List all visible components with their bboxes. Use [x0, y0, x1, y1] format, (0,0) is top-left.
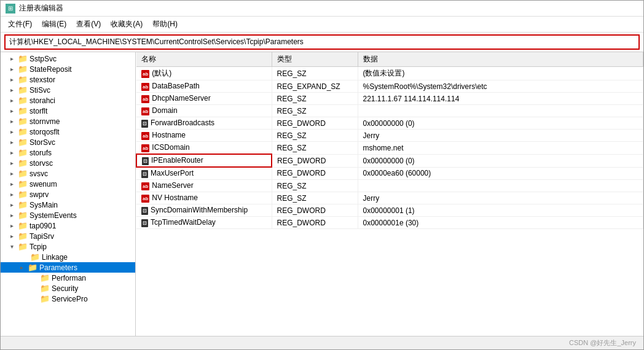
expand-arrow[interactable]: ▸ [10, 170, 18, 177]
tree-item-storsvc[interactable]: ▸📁StorSvc [1, 137, 135, 147]
expand-arrow[interactable]: ▸ [10, 66, 18, 72]
tree-item-tapisrv[interactable]: ▸📁TapiSrv [1, 231, 135, 241]
tree-item-stisvc[interactable]: ▸📁StiSvc [1, 85, 135, 95]
cell-name: ⊡TcpTimedWaitDelay [136, 217, 272, 229]
tree-item-storvsc[interactable]: ▸📁storvsc [1, 158, 135, 168]
table-row[interactable]: abDhcpNameServer REG_SZ 221.11.1.67 114.… [136, 93, 643, 105]
tree-label: swenum [29, 180, 57, 189]
expand-arrow[interactable]: ▸ [10, 128, 18, 135]
cell-name: ⊡MaxUserPort [136, 167, 272, 180]
table-row[interactable]: ⊡MaxUserPort REG_DWORD 0x0000ea60 (60000… [136, 167, 643, 180]
tree-item-linkage[interactable]: 📁Linkage [1, 252, 135, 262]
folder-icon: 📁 [18, 117, 28, 126]
tree-item-security[interactable]: 📁Security [1, 283, 135, 294]
ab-icon: ab [141, 144, 149, 152]
tree-item-stexstor[interactable]: ▸📁stexstor [1, 74, 135, 85]
tree-item-servicepro[interactable]: 📁ServicePro [1, 294, 135, 304]
table-row[interactable]: ⊡TcpTimedWaitDelay REG_DWORD 0x0000001e … [136, 217, 643, 229]
expand-arrow[interactable]: ▸ [10, 139, 18, 146]
tree-item-storqosflt[interactable]: ▸📁storqosflt [1, 126, 135, 137]
expand-arrow[interactable]: ▸ [10, 212, 18, 219]
tree-item-swprv[interactable]: ▸📁swprv [1, 189, 135, 200]
tree-item-stornvme[interactable]: ▸📁stornvme [1, 116, 135, 126]
cell-type: REG_DWORD [272, 217, 358, 229]
tree-item-sstpsvc[interactable]: ▸📁SstpSvc [1, 53, 135, 64]
expand-arrow[interactable]: ▸ [10, 222, 18, 229]
table-row[interactable]: ⊡SyncDomainWithMembership REG_DWORD 0x00… [136, 204, 643, 217]
tree-label: Linkage [42, 253, 68, 262]
expand-arrow[interactable]: ▸ [10, 107, 18, 114]
tree-item-performance[interactable]: 📁Performan [1, 273, 135, 283]
cell-type: REG_SZ [272, 192, 358, 204]
expand-arrow[interactable]: ▸ [10, 76, 18, 83]
expand-arrow[interactable]: ▸ [10, 201, 18, 208]
tree-item-storufs[interactable]: ▸📁storufs [1, 147, 135, 158]
expand-arrow[interactable]: ▸ [10, 160, 18, 166]
tree-label: storvsc [29, 159, 53, 168]
tree-label: storufs [29, 149, 52, 157]
table-row[interactable]: abDomain REG_SZ [136, 105, 643, 117]
expand-arrow[interactable]: ▸ [10, 87, 18, 93]
tree-item-tcpip[interactable]: ▾📁Tcpip [1, 241, 135, 252]
folder-icon: 📁 [18, 148, 28, 157]
tree-label: Security [52, 284, 78, 293]
table-row[interactable]: abICSDomain REG_SZ mshome.net [136, 142, 643, 155]
expand-arrow[interactable]: ▸ [10, 97, 18, 104]
cell-data: (数值未设置) [358, 67, 643, 80]
cell-name: abDataBasePath [136, 80, 272, 93]
folder-icon: 📁 [18, 138, 28, 147]
cell-data: 0x00000000 (0) [358, 154, 643, 167]
cell-type: REG_SZ [272, 142, 358, 155]
expand-arrow[interactable]: ▸ [10, 118, 18, 125]
cell-data [358, 180, 643, 192]
ab-icon: ab [141, 70, 149, 78]
tree-item-storflt[interactable]: ▸📁storflt [1, 106, 135, 116]
menu-item[interactable]: 查看(V) [71, 18, 106, 31]
tree-panel[interactable]: ▸📁SstpSvc▸📁StateReposit▸📁stexstor▸📁StiSv… [1, 52, 136, 336]
dword-icon: ⊡ [141, 120, 148, 128]
tree-item-svsvc[interactable]: ▸📁svsvc [1, 168, 135, 179]
table-row[interactable]: ⊡ForwardBroadcasts REG_DWORD 0x00000000 … [136, 117, 643, 130]
expand-arrow[interactable]: ▸ [10, 55, 18, 62]
tree-item-parameters[interactable]: ▸📁Parameters [1, 262, 135, 273]
expand-arrow[interactable]: ▸ [10, 181, 18, 187]
cell-name: ab(默认) [136, 67, 272, 80]
window-title: 注册表编辑器 [19, 3, 63, 14]
table-row[interactable]: ⊡IPEnableRouter REG_DWORD 0x00000000 (0) [136, 154, 643, 167]
tree-label: Performan [52, 274, 86, 282]
table-row[interactable]: abNameServer REG_SZ [136, 180, 643, 192]
table-row[interactable]: ab(默认) REG_SZ (数值未设置) [136, 67, 643, 80]
cell-data: Jerry [358, 192, 643, 204]
tree-item-systemevents[interactable]: ▸📁SystemEvents [1, 210, 135, 220]
window: ⊞ 注册表编辑器 文件(F)编辑(E)查看(V)收藏夹(A)帮助(H) 计算机\… [0, 0, 644, 350]
table-row[interactable]: abHostname REG_SZ Jerry [136, 130, 643, 142]
menu-item[interactable]: 文件(F) [3, 18, 37, 31]
folder-icon: 📁 [18, 85, 28, 95]
table-row[interactable]: abDataBasePath REG_EXPAND_SZ %SystemRoot… [136, 80, 643, 93]
tree-item-sysmain[interactable]: ▸📁SysMain [1, 200, 135, 210]
ab-icon: ab [141, 95, 149, 103]
tree-item-tap0901[interactable]: ▸📁tap0901 [1, 220, 135, 231]
expand-arrow[interactable]: ▾ [10, 243, 18, 250]
registry-panel[interactable]: 名称 类型 数据 ab(默认) REG_SZ (数值未设置) abDataBas… [136, 52, 643, 336]
menu-item[interactable]: 帮助(H) [147, 18, 183, 31]
address-box[interactable]: 计算机\HKEY_LOCAL_MACHINE\SYSTEM\CurrentCon… [4, 34, 640, 50]
folder-icon: 📁 [18, 169, 28, 178]
col-header-name: 名称 [136, 52, 272, 67]
folder-icon: 📁 [40, 294, 50, 303]
expand-arrow[interactable]: ▸ [10, 191, 18, 198]
tree-label: TapiSrv [29, 232, 54, 241]
table-row[interactable]: abNV Hostname REG_SZ Jerry [136, 192, 643, 204]
tree-item-storahci[interactable]: ▸📁storahci [1, 95, 135, 106]
tree-item-statereposit[interactable]: ▸📁StateReposit [1, 64, 135, 74]
expand-arrow[interactable]: ▸ [20, 264, 28, 271]
tree-item-swenum[interactable]: ▸📁swenum [1, 179, 135, 189]
folder-icon: 📁 [18, 75, 28, 84]
ab-icon: ab [141, 182, 149, 190]
menu-item[interactable]: 编辑(E) [37, 18, 71, 31]
menu-item[interactable]: 收藏夹(A) [106, 18, 147, 31]
expand-arrow[interactable]: ▸ [10, 149, 18, 156]
expand-arrow[interactable]: ▸ [10, 233, 18, 239]
cell-name: abICSDomain [136, 142, 272, 155]
tree-label: Tcpip [29, 243, 47, 251]
